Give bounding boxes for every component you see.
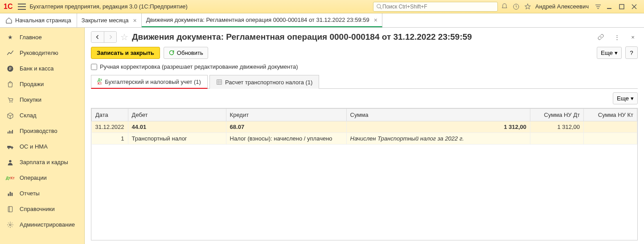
menu-icon[interactable]: [18, 4, 26, 10]
search-icon: [376, 4, 382, 10]
sidebar-item-assets[interactable]: ОС и НМА: [0, 139, 84, 154]
sidebar-item-label: Справочники: [20, 206, 55, 212]
col-date[interactable]: Дата: [92, 109, 128, 121]
sidebar-item-label: Продажи: [20, 81, 44, 87]
dtkt-icon: ДтКт: [6, 176, 14, 180]
col-debit[interactable]: Дебет: [128, 109, 226, 121]
box-icon: [6, 112, 14, 119]
sidebar-item-warehouse[interactable]: Склад: [0, 108, 84, 123]
chevron-down-icon: ▾: [615, 50, 618, 56]
col-sum-nu-dt[interactable]: Сумма НУ Дт: [530, 109, 584, 121]
svg-point-12: [9, 101, 10, 102]
minimize-button[interactable]: [603, 2, 615, 12]
home-tab[interactable]: Начальная страница: [0, 13, 77, 27]
tab-label: Бухгалтерский и налоговый учет (1): [105, 79, 201, 85]
sidebar-item-reports[interactable]: Отчеты: [0, 186, 84, 201]
logo-1c: 1C: [4, 3, 12, 11]
star-icon[interactable]: [523, 2, 533, 12]
close-icon[interactable]: ×: [374, 17, 377, 24]
inner-tabs: ДтКт Бухгалтерский и налоговый учет (1) …: [91, 74, 638, 89]
col-sum-nu-kt[interactable]: Сумма НУ Кт: [584, 109, 637, 121]
close-icon[interactable]: ×: [133, 17, 137, 24]
sidebar-item-production[interactable]: Производство: [0, 123, 84, 139]
cell-sum-nu-dt: 1 312,00: [530, 121, 584, 133]
svg-line-1: [380, 7, 382, 9]
maximize-button[interactable]: [615, 2, 628, 12]
sidebar-item-main[interactable]: ★Главное: [0, 29, 84, 45]
svg-rect-23: [10, 192, 11, 196]
tab-transport-tax[interactable]: Расчет транспортного налога (1): [209, 75, 320, 89]
svg-point-20: [12, 148, 13, 149]
sidebar-item-operations[interactable]: ДтКтОперации: [0, 170, 84, 186]
sidebar-item-purchases[interactable]: Покупки: [0, 92, 84, 108]
table-more-button[interactable]: Еще▾: [613, 92, 638, 104]
svg-rect-7: [619, 4, 624, 9]
table-row[interactable]: 31.12.2022 44.01 68.07 1 312,00 1 312,00: [92, 121, 637, 133]
chevron-down-icon: ▾: [631, 95, 634, 102]
bell-icon[interactable]: [500, 2, 509, 12]
sidebar-item-label: Зарплата и кадры: [20, 159, 68, 165]
svg-rect-28: [217, 80, 222, 85]
history-icon[interactable]: [511, 2, 521, 12]
search-input[interactable]: [373, 2, 498, 12]
sidebar-item-label: Отчеты: [20, 190, 40, 197]
truck-icon: [6, 143, 14, 150]
sidebar-item-bank[interactable]: ₽Банк и касса: [0, 61, 84, 76]
table-row[interactable]: 1 Транспортный налог Налог (взносы): нач…: [92, 133, 637, 145]
save-close-button[interactable]: Записать и закрыть: [91, 47, 160, 59]
sidebar-item-directories[interactable]: Справочники: [0, 201, 84, 217]
close-button[interactable]: [628, 2, 640, 12]
table-header-row: Дата Дебет Кредит Сумма Сумма НУ Дт Сумм…: [92, 109, 637, 121]
sidebar-item-label: Банк и касса: [20, 65, 54, 72]
book-icon: [6, 206, 14, 213]
link-icon[interactable]: [596, 32, 606, 42]
cell-empty: [530, 133, 584, 145]
refresh-icon: [168, 50, 175, 56]
col-credit[interactable]: Кредит: [226, 109, 346, 121]
cell-sum: 1 312,00: [346, 121, 530, 133]
tab-month-closing[interactable]: Закрытие месяца ×: [77, 13, 142, 27]
cell-sum-nu-kt: [584, 121, 637, 133]
manual-edit-checkbox[interactable]: [91, 64, 97, 70]
sidebar: ★Главное Руководителю ₽Банк и касса Прод…: [0, 28, 85, 244]
refresh-button[interactable]: Обновить: [164, 47, 208, 59]
more-button[interactable]: Еще▾: [597, 47, 622, 59]
more-label: Еще: [617, 95, 629, 102]
settings-lines-icon[interactable]: [593, 2, 603, 12]
col-sum[interactable]: Сумма: [346, 109, 530, 121]
tab-accounting[interactable]: ДтКт Бухгалтерский и налоговый учет (1): [91, 75, 208, 89]
titlebar: 1C Бухгалтерия предприятия, редакция 3.0…: [0, 0, 644, 13]
sidebar-item-label: Склад: [20, 112, 37, 119]
tab-document-movements[interactable]: Движения документа: Регламентная операци…: [142, 13, 382, 27]
factory-icon: [6, 128, 14, 135]
sidebar-item-admin[interactable]: Администрирование: [0, 217, 84, 232]
cart-icon: [6, 96, 14, 103]
cell-credit-text: Налог (взносы): начислено / уплачено: [226, 133, 346, 145]
svg-rect-15: [9, 130, 10, 133]
svg-text:₽: ₽: [9, 66, 12, 71]
svg-rect-17: [12, 130, 13, 133]
sidebar-item-hr[interactable]: Зарплата и кадры: [0, 154, 84, 170]
tab-label: Расчет транспортного налога (1): [225, 79, 313, 86]
sidebar-item-label: Производство: [20, 128, 57, 134]
back-button[interactable]: [91, 32, 104, 42]
svg-rect-14: [8, 132, 8, 133]
favorite-icon[interactable]: ☆: [120, 32, 128, 42]
user-name[interactable]: Андрей Алексеевич: [535, 3, 589, 10]
cell-debit: 44.01: [128, 121, 226, 133]
sidebar-item-sales[interactable]: Продажи: [0, 76, 84, 92]
svg-point-0: [377, 4, 381, 8]
refresh-label: Обновить: [177, 50, 203, 56]
forward-button[interactable]: [104, 32, 116, 42]
svg-rect-18: [7, 146, 11, 148]
bars-icon: [6, 190, 14, 197]
search-field[interactable]: [382, 4, 495, 10]
more-vertical-icon[interactable]: ⋮: [612, 32, 622, 42]
grid-icon: [216, 79, 222, 85]
tab-label: Закрытие месяца: [82, 17, 129, 24]
tab-label: Движения документа: Регламентная операци…: [146, 17, 369, 23]
help-button[interactable]: ?: [625, 46, 638, 59]
sidebar-item-manager[interactable]: Руководителю: [0, 45, 84, 61]
close-panel-icon[interactable]: ×: [628, 32, 638, 42]
page-title: Движения документа: Регламентная операци…: [132, 32, 591, 42]
